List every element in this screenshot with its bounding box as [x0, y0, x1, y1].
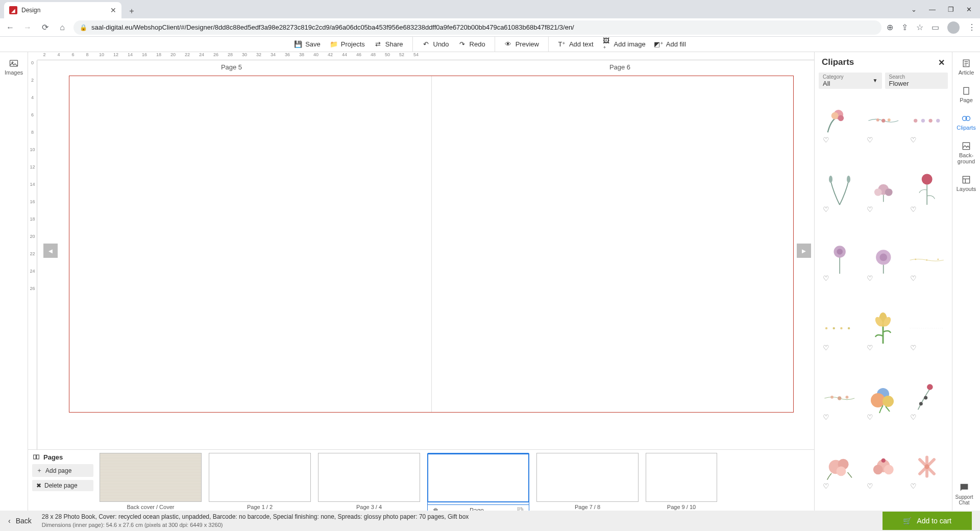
clipart-item[interactable]: ♡	[906, 372, 948, 423]
undo-button[interactable]: ↶Undo	[422, 40, 449, 49]
favorite-icon[interactable]: ♡	[910, 413, 917, 421]
svg-rect-53	[963, 142, 969, 149]
favorite-icon[interactable]: ♡	[823, 413, 829, 421]
clipart-item[interactable]: ♡	[863, 303, 904, 354]
zoom-icon[interactable]: ⊕	[887, 22, 893, 32]
favorite-icon[interactable]: ♡	[910, 136, 917, 144]
window-maximize-icon[interactable]: ❐	[948, 6, 954, 13]
clipart-item[interactable]: ♡	[863, 164, 904, 215]
clipart-item[interactable]: ♡	[819, 95, 861, 146]
delete-thumb-icon[interactable]: 🗑	[433, 507, 439, 511]
projects-button[interactable]: 📁Projects	[330, 40, 365, 49]
nav-home-icon[interactable]: ⌂	[56, 21, 68, 34]
add-image-button[interactable]: 🖼⁺Add image	[603, 40, 646, 49]
window-close-icon[interactable]: ✕	[966, 6, 972, 13]
favorite-icon[interactable]: ♡	[867, 344, 873, 352]
favorite-icon[interactable]: ♡	[910, 344, 917, 352]
page-thumbnail[interactable]: Page 1 / 2	[209, 453, 311, 510]
preview-button[interactable]: 👁Preview	[504, 40, 539, 49]
favorite-icon[interactable]: ♡	[823, 482, 829, 490]
clipart-item[interactable]: ♡	[906, 233, 948, 284]
clipart-item[interactable]: ♡	[906, 303, 948, 354]
browser-tab[interactable]: ◢ Design ✕	[4, 2, 121, 18]
duplicate-thumb-icon[interactable]: ⿻	[518, 507, 524, 511]
favorite-icon[interactable]: ♡	[910, 482, 917, 490]
canvas-area[interactable]: 2468101214161820222426283032343638404244…	[28, 52, 814, 449]
layouts-rail-item[interactable]: Layouts	[952, 172, 980, 195]
favorite-icon[interactable]: ♡	[867, 274, 873, 282]
ruler-tick: 12	[28, 164, 37, 182]
favorite-icon[interactable]: ♡	[910, 274, 917, 282]
add-fill-button[interactable]: ◩⁺Add fill	[655, 40, 686, 49]
background-rail-item[interactable]: Back- ground	[952, 138, 980, 167]
cliparts-rail-item[interactable]: Cliparts	[952, 110, 980, 134]
clipart-item[interactable]: ♡	[863, 95, 904, 146]
tab-close-icon[interactable]: ✕	[110, 6, 116, 14]
prev-page-arrow[interactable]: ◄	[43, 244, 58, 258]
support-chat-button[interactable]: Support Chat	[952, 482, 976, 505]
nav-reload-icon[interactable]: ⟳	[39, 21, 51, 34]
delete-page-button[interactable]: ✖Delete page	[32, 480, 93, 491]
redo-button[interactable]: ↷Redo	[458, 40, 485, 49]
delete-page-label: Delete page	[44, 482, 78, 489]
profile-avatar[interactable]	[947, 21, 960, 34]
svg-rect-54	[963, 176, 969, 183]
sidepanel-icon[interactable]: ▭	[932, 22, 939, 32]
clipart-grid[interactable]: ♡♡♡♡♡♡♡♡♡♡♡♡♡♡♡♡♡♡	[815, 93, 952, 511]
new-tab-button[interactable]: +	[125, 4, 139, 18]
share-button[interactable]: ⇄Share	[374, 40, 403, 49]
favorite-icon[interactable]: ♡	[867, 136, 873, 144]
next-page-arrow[interactable]: ►	[797, 244, 811, 258]
page-thumbnail[interactable]: 🗑Page 5 / 6⿻	[427, 453, 529, 511]
favorite-icon[interactable]: ♡	[823, 205, 829, 213]
clipart-item[interactable]: ♡	[819, 441, 861, 492]
add-page-label: Add page	[45, 467, 71, 474]
favorite-icon[interactable]: ♡	[823, 344, 829, 352]
cliparts-title: Cliparts	[822, 57, 854, 67]
add-page-button[interactable]: ＋Add page	[32, 464, 93, 477]
clipart-item[interactable]: ♡	[819, 303, 861, 354]
horizontal-ruler: 2468101214161820222426283032343638404244…	[37, 52, 814, 60]
clipart-item[interactable]: ♡	[819, 233, 861, 284]
close-panel-icon[interactable]: ✕	[938, 58, 945, 67]
clipart-item[interactable]: ♡	[863, 233, 904, 284]
page-rail-item[interactable]: Page	[952, 83, 980, 106]
ruler-tick: 22	[28, 251, 37, 269]
svg-point-7	[888, 118, 891, 122]
nav-back-icon[interactable]: ←	[4, 21, 16, 34]
clipart-item[interactable]: ♡	[863, 441, 904, 492]
favorite-icon[interactable]: ♡	[867, 205, 873, 213]
bookmark-icon[interactable]: ☆	[916, 22, 923, 32]
page-spread[interactable]	[69, 76, 794, 413]
images-rail-item[interactable]: Images	[0, 55, 28, 79]
tab-favicon: ◢	[9, 6, 17, 14]
article-rail-item[interactable]: Article	[952, 55, 980, 79]
clipart-item[interactable]: ♡	[819, 164, 861, 215]
clipart-item[interactable]: ♡	[863, 372, 904, 423]
share-url-icon[interactable]: ⇪	[901, 22, 908, 32]
page-thumbnail[interactable]: Page 9 / 10	[646, 453, 717, 510]
favorite-icon[interactable]: ♡	[867, 482, 873, 490]
category-dropdown[interactable]: Category All ▼	[819, 73, 882, 89]
clipart-item[interactable]: ♡	[906, 164, 948, 215]
chevron-down-icon[interactable]: ⌄	[911, 6, 917, 13]
back-button[interactable]: ‹Back	[8, 517, 32, 525]
clipart-item[interactable]: ♡	[906, 441, 948, 492]
favorite-icon[interactable]: ♡	[867, 413, 873, 421]
clipart-item[interactable]: ♡	[819, 372, 861, 423]
search-field[interactable]: Search Flower	[885, 73, 948, 89]
add-text-button[interactable]: T⁺Add text	[558, 40, 594, 49]
window-minimize-icon[interactable]: —	[929, 6, 936, 13]
kebab-menu-icon[interactable]: ⋮	[968, 22, 976, 32]
page-thumbnail[interactable]: Page 3 / 4	[318, 453, 420, 510]
add-to-cart-button[interactable]: 🛒Add to cart	[883, 512, 972, 530]
page-thumbnail[interactable]: Back cover / Cover	[100, 453, 202, 510]
favorite-icon[interactable]: ♡	[823, 274, 829, 282]
favorite-icon[interactable]: ♡	[910, 205, 917, 213]
cliparts-icon	[961, 113, 971, 124]
clipart-item[interactable]: ♡	[906, 95, 948, 146]
favorite-icon[interactable]: ♡	[823, 136, 829, 144]
page-thumbnail[interactable]: Page 7 / 8	[536, 453, 639, 510]
address-bar[interactable]: 🔒 saal-digital.eu/WebshopClient/#/Design…	[74, 20, 881, 35]
save-button[interactable]: 💾Save	[294, 40, 321, 49]
